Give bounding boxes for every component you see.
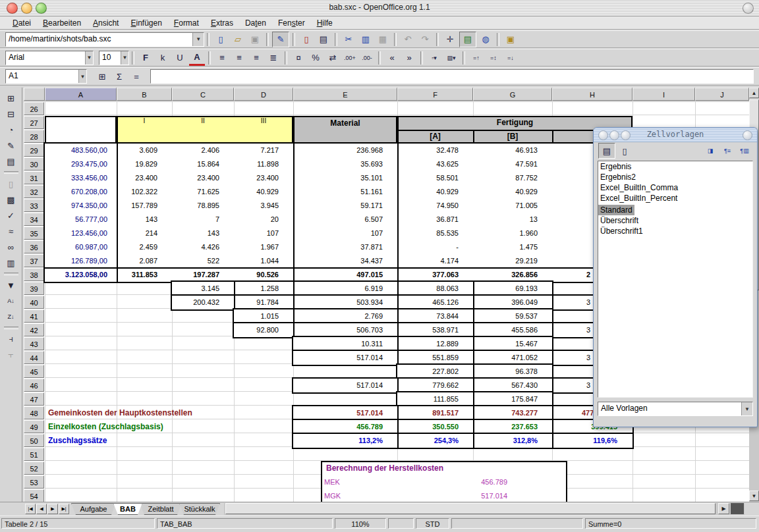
cell-g31[interactable]: 87.752 — [473, 171, 552, 185]
row-header-42[interactable]: 42 — [24, 323, 44, 336]
cell-e34[interactable]: 6.507 — [293, 213, 397, 226]
first-sheet-button[interactable]: |◀ — [25, 504, 36, 514]
horizontal-scroll-thumb[interactable] — [225, 503, 716, 514]
cell-c29[interactable]: 2.406 — [172, 144, 234, 157]
row-header-39[interactable]: 39 — [24, 282, 44, 295]
cell-h50[interactable]: 119,6% — [552, 434, 632, 448]
url-input[interactable] — [6, 33, 192, 45]
save-icon[interactable]: ▣ — [247, 32, 263, 47]
cell-f48[interactable]: 891.517 — [397, 406, 473, 420]
style-item-ergebnis[interactable]: Ergebnis — [598, 161, 752, 172]
cell-g44[interactable]: 471.052 — [473, 351, 552, 365]
cell-d40[interactable]: 91.784 — [234, 296, 293, 309]
currency-format-button[interactable]: ¤ — [291, 51, 306, 65]
cell-f38[interactable]: 377.063 — [397, 268, 473, 282]
cell-g41[interactable]: 59.537 — [473, 309, 552, 323]
underline-button[interactable]: U — [172, 51, 188, 65]
open-icon[interactable]: ▱ — [230, 32, 246, 47]
column-header-h[interactable]: H — [552, 88, 632, 101]
row-header-48[interactable]: 48 — [24, 406, 44, 419]
font-name-input[interactable] — [6, 51, 85, 63]
cell-b32[interactable]: 102.322 — [117, 185, 172, 199]
cell-c31[interactable]: 23.400 — [172, 171, 234, 185]
row-header-45[interactable]: 45 — [24, 365, 44, 378]
spellcheck-icon[interactable]: ✓ — [3, 207, 20, 223]
cell-e53[interactable]: MEK — [324, 475, 377, 489]
cell-g48[interactable]: 743.277 — [473, 406, 552, 420]
row-header-35[interactable]: 35 — [24, 226, 44, 240]
column-header-a[interactable]: A — [45, 88, 117, 101]
row-header-34[interactable]: 34 — [24, 213, 44, 226]
column-header-i[interactable]: I — [632, 88, 695, 101]
style-item-excel_builtin_percent[interactable]: Excel_BuiltIn_Percent — [598, 193, 752, 203]
cell-styles-icon[interactable]: ▤ — [598, 143, 615, 159]
cell-d38[interactable]: 90.526 — [234, 268, 293, 282]
row-header-46[interactable]: 46 — [24, 379, 44, 392]
cell-f50[interactable]: 254,3% — [397, 434, 473, 448]
style-filter-dropdown-icon[interactable]: ▼ — [741, 402, 752, 415]
row-header-37[interactable]: 37 — [24, 254, 44, 267]
zoom-level-field[interactable]: 110% — [335, 518, 386, 529]
cell-f34[interactable]: 36.871 — [397, 213, 473, 226]
cell-e44[interactable]: 517.014 — [293, 351, 397, 365]
draw-functions-icon[interactable]: ✎ — [3, 138, 20, 153]
cell-f39[interactable]: 88.063 — [397, 282, 473, 296]
row-header-40[interactable]: 40 — [24, 296, 44, 309]
column-header-j[interactable]: J — [695, 88, 749, 101]
sort-descending-icon[interactable]: Z↓ — [3, 309, 20, 325]
themes-icon[interactable]: ▩ — [3, 192, 20, 207]
name-box-dropdown-icon[interactable]: ▼ — [78, 70, 86, 83]
cell-e29[interactable]: 236.968 — [293, 144, 397, 157]
row-header-43[interactable]: 43 — [24, 337, 44, 350]
add-decimal-button[interactable]: .00+ — [342, 51, 358, 65]
insert-fields-icon[interactable]: ▯ — [3, 176, 20, 192]
menu-fenster[interactable]: Fenster — [272, 17, 311, 29]
cell-g30[interactable]: 47.591 — [473, 157, 552, 171]
row-header-44[interactable]: 44 — [24, 351, 44, 364]
menu-daten[interactable]: Daten — [239, 17, 272, 29]
insert-mode-field[interactable]: STD — [416, 518, 449, 529]
group-icon[interactable]: ⫞ — [3, 331, 20, 347]
row-header-50[interactable]: 50 — [24, 434, 44, 447]
row-header-36[interactable]: 36 — [24, 240, 44, 253]
align-bottom-button[interactable]: =↓ — [503, 51, 519, 65]
font-name-combo[interactable]: ▼ — [5, 51, 94, 65]
cell-d30[interactable]: 11.898 — [234, 157, 293, 171]
cell-f32[interactable]: 40.929 — [397, 185, 473, 199]
cell-f35[interactable]: 85.535 — [397, 226, 473, 240]
font-name-dropdown-icon[interactable]: ▼ — [85, 51, 93, 65]
cell-f49[interactable]: 350.550 — [397, 420, 473, 434]
stylist-title-bar[interactable]: Zellvorlagen — [594, 128, 757, 142]
navigator-icon[interactable]: ✛ — [442, 32, 458, 47]
menu-ansicht[interactable]: Ansicht — [87, 17, 125, 29]
column-header-f[interactable]: F — [397, 88, 473, 101]
name-box-combo[interactable]: ▼ — [5, 69, 87, 84]
cell-a32[interactable]: 670.208,00 — [45, 185, 117, 199]
cell-g53[interactable]: 456.789 — [397, 475, 507, 489]
sum-field[interactable]: Summe=0 — [585, 518, 756, 529]
row-header-33[interactable]: 33 — [24, 199, 44, 212]
cell-d32[interactable]: 40.929 — [234, 185, 293, 199]
cell-f36[interactable]: - — [397, 240, 473, 254]
cell-c37[interactable]: 522 — [172, 254, 234, 268]
insert-object-icon[interactable]: ◔ — [3, 122, 20, 138]
cell-e50[interactable]: 113,2% — [293, 434, 397, 448]
cell-a49[interactable]: Einzelkosten (Zuschlagsbasis) — [46, 420, 291, 434]
hyperlink-icon[interactable]: ◍ — [478, 32, 493, 47]
cell-g37[interactable]: 29.219 — [473, 254, 552, 268]
style-item-überschrift1[interactable]: Überschrift1 — [598, 226, 752, 236]
next-sheet-button[interactable]: ▶ — [47, 504, 58, 514]
row-header-47[interactable]: 47 — [24, 392, 44, 406]
increase-indent-button[interactable]: » — [401, 51, 417, 65]
form-icon[interactable]: ▤ — [3, 153, 20, 169]
row-header-32[interactable]: 32 — [24, 185, 44, 198]
bold-button[interactable]: F — [138, 51, 154, 65]
print-icon[interactable]: ▤ — [316, 32, 331, 47]
row-header-49[interactable]: 49 — [24, 420, 44, 433]
cell-b38[interactable]: 311.853 — [117, 268, 172, 282]
cell-d35[interactable]: 107 — [234, 226, 293, 240]
column-header-c[interactable]: C — [172, 88, 234, 101]
cell-g43[interactable]: 15.467 — [473, 337, 552, 351]
cell-a36[interactable]: 60.987,00 — [45, 240, 117, 254]
cell-e32[interactable]: 51.161 — [293, 185, 397, 199]
